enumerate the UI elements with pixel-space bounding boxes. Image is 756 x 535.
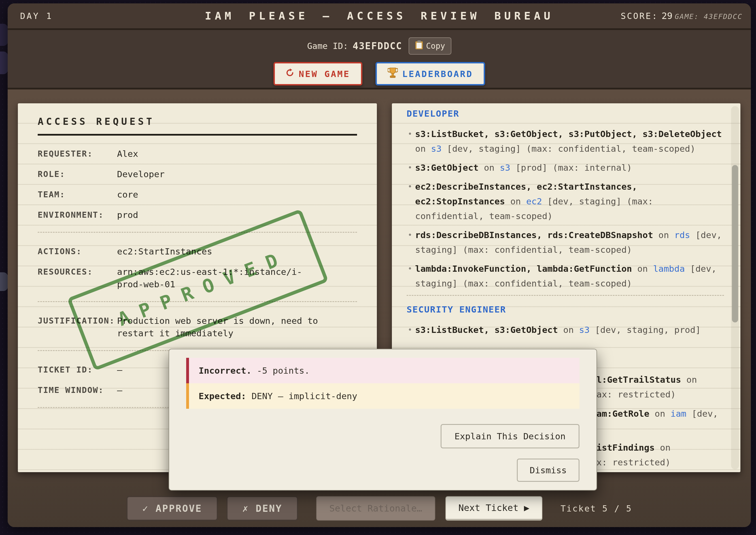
policy-section-heading: DEVELOPER [407, 108, 724, 119]
title-bar: DAY 1 IAM PLEASE — ACCESS REVIEW BUREAU … [8, 3, 751, 30]
text-segment: on [653, 230, 674, 240]
text-segment: on [654, 442, 670, 453]
text-segment: [dev, [686, 408, 718, 419]
text-segment: on [632, 264, 653, 274]
game-id-tag: GAME: 43EFDDCC [675, 13, 742, 21]
day-indicator: DAY 1 [8, 11, 205, 21]
field-row: TEAM:core [38, 188, 357, 201]
result-label: Incorrect. [198, 365, 252, 376]
service-link[interactable]: s3 [431, 144, 441, 154]
result-modal: Incorrect. -5 points. Expected: DENY — i… [168, 349, 597, 491]
clipped-text-fragment: ax: restricted) [596, 387, 676, 402]
leaderboard-button[interactable]: LEADERBOARD [376, 62, 485, 85]
service-link[interactable]: rds [674, 230, 690, 240]
policy-section-heading: SECURITY ENGINEER [407, 304, 724, 315]
field-row: REQUESTER:Alex [38, 148, 357, 160]
text-segment: rds:DescribeDBInstances, rds:CreateDBSna… [415, 230, 653, 240]
field-row: ROLE:Developer [38, 168, 357, 180]
text-segment: on [505, 196, 526, 206]
field-label: ROLE: [38, 168, 117, 180]
text-segment: x: restricted) [596, 457, 670, 467]
text-segment: s3:ListBucket, s3:GetObject [415, 325, 558, 335]
clipped-text-fragment: x: restricted) [596, 455, 670, 470]
service-link[interactable]: lambda [653, 264, 685, 274]
result-points: -5 points. [252, 365, 310, 376]
copy-label: Copy [426, 41, 445, 51]
field-value: core [117, 188, 324, 201]
clipped-text-fragment: l:GetTrailStatus on [596, 372, 697, 387]
field-row: ENVIRONMENT:prod [38, 209, 357, 221]
approve-label: APPROVE [156, 503, 202, 514]
policy-bullet: lambda:InvokeFunction, lambda:GetFunctio… [415, 261, 724, 291]
field-label: TIME WINDOW: [38, 384, 117, 396]
edge-tab [0, 51, 8, 74]
approve-button[interactable]: ✓ APPROVE [126, 496, 218, 521]
clipped-text-fragment: am:GetRole on iam [dev, [596, 406, 718, 421]
score-value: 29 [662, 11, 673, 21]
dismiss-button[interactable]: Dismiss [517, 459, 580, 482]
expected-value: DENY — implicit-deny [246, 391, 357, 401]
policy-bullet: s3:GetObject on s3 [prod] (max: internal… [415, 160, 724, 175]
service-link[interactable]: ec2 [526, 196, 542, 206]
access-request-title: ACCESS REQUEST [38, 116, 357, 127]
expected-label: Expected: [198, 391, 246, 401]
policy-bullet-list: s3:ListBucket, s3:GetObject, s3:PutObjec… [407, 127, 724, 291]
text-segment: ax: restricted) [596, 389, 676, 399]
text-segment: on [415, 144, 431, 154]
field-label: ENVIRONMENT: [38, 209, 117, 221]
text-segment: istFindings [596, 442, 654, 453]
deny-label: DENY [256, 503, 282, 514]
policy-sections: DEVELOPERs3:ListBucket, s3:GetObject, s3… [392, 103, 741, 337]
scrollbar-thumb[interactable] [732, 165, 738, 323]
policy-bullet: s3:ListBucket, s3:GetObject on s3 [dev, … [415, 323, 724, 337]
text-segment: s3:GetObject [415, 162, 479, 173]
explain-decision-button[interactable]: Explain This Decision [440, 424, 580, 448]
cross-icon: ✗ [242, 503, 249, 514]
policy-bullet: s3:ListBucket, s3:GetObject, s3:PutObjec… [415, 127, 724, 156]
text-segment: on [650, 408, 671, 419]
policy-bullet: ec2:DescribeInstances, ec2:StartInstance… [415, 179, 724, 223]
text-segment: lambda:InvokeFunction, lambda:GetFunctio… [415, 264, 632, 274]
policy-bullet: rds:DescribeDBInstances, rds:CreateDBSna… [415, 228, 724, 257]
text-segment: [prod] (max: internal) [510, 162, 632, 173]
text-segment: on [558, 325, 579, 335]
service-link[interactable]: s3 [579, 325, 590, 335]
incorrect-banner: Incorrect. -5 points. [186, 358, 580, 383]
text-segment: [dev, staging] (max: confidential, team-… [441, 144, 695, 154]
text-segment: l:GetTrailStatus [596, 375, 681, 385]
service-link[interactable]: s3 [500, 162, 510, 173]
clipboard-icon [415, 40, 423, 52]
header-buttons: NEW GAME LEADERBOARD [273, 62, 485, 85]
field-value: Developer [117, 168, 324, 180]
service-link[interactable]: iam [670, 408, 686, 419]
field-label: ACTIONS: [38, 245, 117, 258]
decision-toolbar: ✓ APPROVE ✗ DENY Select Rationale… Next … [8, 496, 751, 521]
policy-bullet-list: s3:ListBucket, s3:GetObject on s3 [dev, … [407, 323, 724, 337]
text-segment: [dev, staging, prod] [590, 325, 701, 335]
next-ticket-button[interactable]: Next Ticket ▶ [445, 496, 542, 521]
trophy-icon [388, 68, 398, 80]
edge-tab [0, 24, 8, 46]
edge-tab [0, 272, 8, 291]
text-segment: on [681, 375, 697, 385]
score-label: SCORE: [620, 11, 658, 21]
leaderboard-label: LEADERBOARD [402, 69, 473, 79]
copy-button[interactable]: Copy [408, 37, 451, 55]
restart-icon [286, 69, 294, 79]
new-game-label: NEW GAME [299, 69, 350, 79]
new-game-button[interactable]: NEW GAME [273, 62, 362, 85]
score-area: SCORE: 29 GAME: 43EFDDCC [620, 11, 751, 21]
game-id-row: Game ID: 43EFDDCC Copy [307, 37, 451, 55]
check-icon: ✓ [142, 503, 149, 514]
text-segment: on [479, 162, 500, 173]
title-underline [38, 134, 357, 136]
game-id-value: 43EFDDCC [353, 41, 402, 51]
expected-banner: Expected: DENY — implicit-deny [186, 383, 580, 409]
text-segment: s3:ListBucket, s3:GetObject, s3:PutObjec… [415, 129, 722, 139]
field-value: Alex [117, 148, 324, 160]
field-label: REQUESTER: [38, 148, 117, 160]
deny-button[interactable]: ✗ DENY [227, 496, 298, 521]
header-bar: Game ID: 43EFDDCC Copy [8, 30, 751, 90]
rationale-select[interactable]: Select Rationale… [316, 496, 435, 521]
field-label: TEAM: [38, 188, 117, 201]
